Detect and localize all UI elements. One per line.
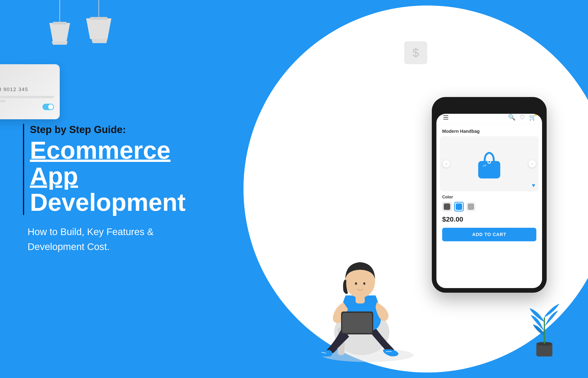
person-illustration (308, 231, 427, 364)
heart-icon[interactable]: ♡ (519, 114, 525, 121)
search-icon[interactable]: 🔍 (508, 114, 516, 121)
subtitle-text: How to Build, Key Features & Development… (28, 224, 188, 254)
phone-frame: 🔍 ♡ 🛒 Modern Handbag ‹ (432, 97, 547, 293)
svg-point-19 (363, 282, 365, 285)
cart-icon-container[interactable]: 🛒 (529, 114, 536, 121)
svg-rect-30 (468, 203, 474, 210)
svg-rect-2 (53, 22, 67, 25)
add-to-cart-button[interactable]: ADD TO CART (442, 228, 536, 241)
phone-navbar: 🔍 ♡ 🛒 (436, 114, 542, 124)
dollar-badge: $ (404, 41, 427, 64)
product-favorite-icon[interactable]: ♥ (532, 182, 535, 189)
svg-rect-21 (536, 344, 552, 356)
title-block: Step by Step Guide: Ecommerce App Develo… (28, 124, 188, 215)
product-image-area: ‹ › ♥ (440, 136, 539, 191)
card-toggle-knob (48, 104, 53, 109)
price-section: $20.00 (436, 213, 542, 226)
card-line-1 (0, 96, 54, 98)
lamps-decoration (37, 0, 129, 57)
phone-notch (475, 102, 503, 108)
svg-rect-20 (356, 296, 365, 303)
main-container: Step by Step Guide: Ecommerce App Develo… (0, 0, 588, 378)
phone-screen: 🔍 ♡ 🛒 Modern Handbag ‹ (436, 114, 542, 288)
color-section: Color (436, 191, 542, 213)
left-content-section: Step by Step Guide: Ecommerce App Develo… (28, 124, 188, 254)
product-name: Modern Handbag (436, 124, 542, 136)
hamburger-icon[interactable] (442, 115, 449, 120)
card-number: 1234 5678 9012 345 (0, 86, 54, 93)
product-price: $20.00 (442, 215, 463, 223)
svg-marker-5 (86, 18, 111, 39)
svg-point-18 (355, 282, 357, 285)
color-label: Color (442, 195, 536, 200)
svg-rect-28 (444, 203, 450, 210)
color-swatch-light[interactable] (466, 202, 476, 212)
svg-marker-7 (91, 39, 107, 43)
image-nav-right[interactable]: › (529, 160, 536, 167)
svg-rect-6 (90, 17, 107, 20)
plant-decoration (528, 299, 560, 360)
color-swatch-blue[interactable] (454, 202, 464, 212)
dollar-symbol: $ (413, 46, 419, 60)
card-toggle (43, 104, 54, 110)
phone-mockup: 🔍 ♡ 🛒 Modern Handbag ‹ (432, 97, 547, 293)
step-guide-label: Step by Step Guide: (30, 124, 188, 135)
credit-card-illustration: 1234 5678 9012 345 (0, 64, 60, 119)
main-title-line2: Development (30, 189, 188, 215)
card-lines (0, 96, 54, 102)
color-swatch-dark[interactable] (442, 202, 452, 212)
card-line-2 (0, 100, 6, 102)
svg-rect-14 (342, 313, 372, 333)
svg-rect-29 (456, 203, 462, 210)
handbag-svg (471, 145, 508, 182)
svg-point-26 (488, 161, 490, 163)
image-nav-left[interactable]: ‹ (443, 160, 450, 167)
svg-marker-3 (52, 41, 68, 45)
svg-marker-1 (49, 23, 70, 41)
color-swatches (442, 202, 536, 212)
cart-badge-dot (534, 114, 537, 116)
main-title-line1: Ecommerce App (30, 137, 188, 189)
